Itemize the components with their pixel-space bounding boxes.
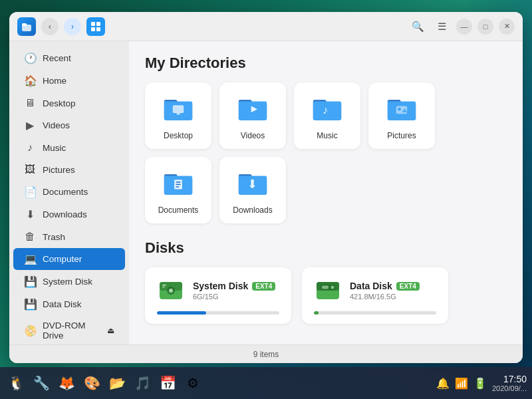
sidebar-label-music: Music — [43, 143, 66, 153]
sidebar-item-home[interactable]: 🏠Home — [13, 70, 125, 92]
sidebar-item-sysdisk[interactable]: 💾System Disk — [13, 271, 125, 293]
disks-grid: System DiskEXT46G/15G Data DiskEXT4421.8… — [145, 267, 507, 324]
sidebar-label-sysdisk: System Disk — [43, 277, 92, 287]
disk-card-sys[interactable]: System DiskEXT46G/15G — [145, 267, 291, 324]
disk-card-data[interactable]: Data DiskEXT4421.8M/16.5G — [302, 267, 448, 324]
main-content: My Directories Desktop Videos ♪ Music Pi… — [129, 41, 523, 344]
taskbar-right: 🔔 📶 🔋 17:50 2020/09/... — [436, 374, 527, 392]
close-button[interactable]: ✕ — [499, 19, 515, 35]
window-body: 🕐Recent🏠Home🖥Desktop▶Videos♪Music🖼Pictur… — [9, 41, 523, 344]
network-icon[interactable]: 📶 — [455, 377, 468, 390]
svg-rect-6 — [173, 105, 184, 113]
svg-rect-1 — [22, 23, 27, 26]
sidebar-item-pictures[interactable]: 🖼Pictures — [13, 159, 125, 180]
sidebar-item-music[interactable]: ♪Music — [13, 137, 125, 158]
system-settings-icon[interactable]: ⚙ — [182, 372, 203, 394]
downloads-folder-icon: ⬇ — [235, 166, 270, 200]
dir-label-pictures: Pictures — [387, 131, 416, 140]
taskbar-left: 🐧🔧🦊🎨📂🎵📅⚙ — [5, 372, 203, 394]
sidebar-item-downloads[interactable]: ⬇Downloads — [13, 203, 125, 225]
svg-rect-22 — [162, 285, 166, 286]
dir-item-downloads[interactable]: ⬇ Downloads — [219, 157, 286, 223]
notification-icon[interactable]: 🔔 — [436, 377, 450, 390]
search-button[interactable]: 🔍 — [408, 17, 427, 36]
files-icon[interactable]: 📂 — [106, 372, 128, 394]
svg-point-11 — [398, 108, 401, 111]
dir-item-desktop[interactable]: Desktop — [145, 82, 211, 149]
svg-text:⬇: ⬇ — [247, 178, 257, 191]
view-toggle-button[interactable] — [86, 17, 105, 36]
directories-grid: Desktop Videos ♪ Music Pictures Document… — [145, 82, 507, 223]
eject-icon[interactable]: ⏏ — [107, 326, 114, 335]
sidebar-item-dvd[interactable]: 📀DVD-ROM Drive⏏ — [13, 316, 125, 344]
directories-title: My Directories — [145, 55, 507, 72]
dvd-icon: 📀 — [24, 325, 36, 337]
home-icon: 🏠 — [24, 74, 36, 87]
back-button[interactable]: ‹ — [41, 18, 59, 35]
calendar-icon[interactable]: 📅 — [157, 372, 178, 394]
disk-bar-fill-data — [314, 311, 319, 315]
dir-label-videos: Videos — [241, 131, 265, 140]
menu-button[interactable]: ☰ — [432, 17, 451, 36]
sidebar-label-trash: Trash — [43, 232, 65, 242]
forward-button[interactable]: › — [64, 18, 81, 35]
sidebar-item-desktop[interactable]: 🖥Desktop — [13, 92, 125, 114]
firefox-icon[interactable]: 🦊 — [56, 372, 77, 394]
disk-bar-bg-data — [314, 311, 436, 315]
data-disk-icon — [314, 277, 342, 305]
sidebar-label-downloads: Downloads — [43, 209, 87, 219]
disk-bar-fill-sys — [157, 311, 206, 315]
desktop-icon: 🖥 — [24, 97, 36, 109]
sidebar-label-home: Home — [43, 76, 66, 86]
svg-rect-2 — [91, 22, 95, 26]
disk-badge-data: EXT4 — [396, 282, 420, 291]
sidebar-item-trash[interactable]: 🗑Trash — [13, 226, 125, 247]
svg-point-21 — [169, 289, 173, 293]
svg-rect-7 — [177, 113, 180, 114]
sidebar-label-documents: Documents — [43, 187, 88, 197]
battery-icon[interactable]: 🔋 — [473, 377, 487, 390]
music-icon: ♪ — [24, 142, 36, 154]
dir-item-videos[interactable]: Videos — [219, 82, 286, 149]
settings-icon[interactable]: 🔧 — [31, 372, 52, 394]
trash-icon: 🗑 — [24, 231, 36, 243]
disk-name-sys: System Disk — [193, 281, 248, 291]
app-icon — [17, 17, 36, 36]
minimize-button[interactable]: — — [456, 19, 472, 35]
paint-icon[interactable]: 🎨 — [81, 372, 102, 394]
videos-icon: ▶ — [24, 119, 36, 132]
sidebar-item-recent[interactable]: 🕐Recent — [13, 47, 125, 69]
dir-item-pictures[interactable]: Pictures — [368, 82, 435, 149]
disk-bar-bg-sys — [157, 311, 279, 315]
sys-disk-icon — [157, 277, 185, 305]
sidebar-label-datadisk: Data Disk — [43, 299, 82, 309]
svg-text:♪: ♪ — [323, 104, 328, 116]
svg-rect-23 — [162, 287, 165, 288]
videos-folder-icon — [235, 91, 270, 126]
sidebar: 🕐Recent🏠Home🖥Desktop▶Videos♪Music🖼Pictur… — [9, 41, 129, 344]
dir-label-desktop: Desktop — [164, 131, 193, 140]
maximize-button[interactable]: □ — [477, 19, 493, 35]
dir-item-documents[interactable]: Documents — [145, 157, 211, 223]
sidebar-label-recent: Recent — [43, 53, 71, 63]
dir-label-music: Music — [317, 131, 337, 140]
sidebar-item-computer[interactable]: 💻Computer — [13, 248, 125, 270]
titlebar: ‹ › 🔍 ☰ — □ ✕ — [9, 12, 523, 41]
svg-rect-27 — [322, 286, 329, 289]
sysdisk-icon: 💾 — [24, 275, 36, 288]
disk-size-data: 421.8M/16.5G — [350, 293, 436, 301]
disk-header-sys: System DiskEXT46G/15G — [157, 277, 279, 305]
datadisk-icon: 💾 — [24, 298, 36, 311]
computer-icon: 💻 — [24, 253, 36, 265]
music-icon[interactable]: 🎵 — [132, 372, 153, 394]
status-text: 9 items — [253, 350, 279, 359]
linux-icon[interactable]: 🐧 — [5, 372, 27, 394]
sidebar-item-datadisk[interactable]: 💾Data Disk — [13, 293, 125, 315]
svg-rect-5 — [96, 27, 100, 31]
documents-folder-icon — [161, 166, 196, 200]
sidebar-label-dvd: DVD-ROM Drive — [43, 321, 100, 340]
dir-label-downloads: Downloads — [233, 205, 272, 215]
dir-item-music[interactable]: ♪ Music — [294, 82, 360, 149]
sidebar-item-videos[interactable]: ▶Videos — [13, 114, 125, 136]
sidebar-item-documents[interactable]: 📄Documents — [13, 181, 125, 203]
